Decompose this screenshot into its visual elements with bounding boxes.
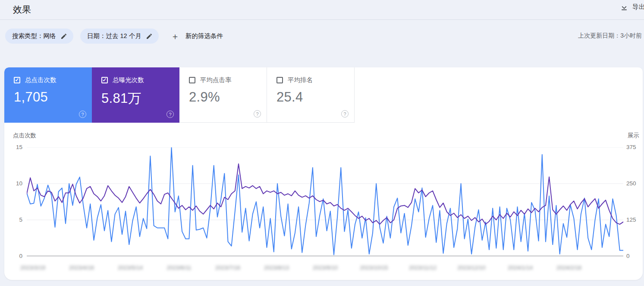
x-axis-label: 2023/11/12 bbox=[409, 264, 437, 271]
edit-pencil-icon[interactable] bbox=[146, 33, 153, 40]
checkbox-checked-icon[interactable] bbox=[101, 77, 108, 83]
checkbox-unchecked-icon[interactable] bbox=[276, 77, 283, 83]
help-icon[interactable]: ? bbox=[254, 110, 261, 118]
metric-cards: 总点击次数 1,705 ? 总曝光次数 5.81万 ? 平均点击率 2.9% ? bbox=[4, 67, 643, 123]
left-axis-title: 点击次数 bbox=[13, 132, 36, 140]
x-axis-label: 2023/7/16 bbox=[215, 264, 240, 271]
x-axis-label: 2023/6/11 bbox=[167, 264, 192, 271]
export-button[interactable]: 导出 bbox=[620, 3, 644, 11]
avg-position-card[interactable]: 平均排名 25.4 ? bbox=[267, 67, 355, 123]
total-impressions-card[interactable]: 总曝光次数 5.81万 ? bbox=[92, 67, 179, 123]
header-divider bbox=[0, 19, 644, 20]
edit-pencil-icon[interactable] bbox=[60, 33, 67, 40]
chart-lines bbox=[27, 147, 623, 256]
search-type-filter-label: 搜索类型：网络 bbox=[12, 32, 56, 40]
avg-ctr-value: 2.9% bbox=[189, 89, 267, 105]
right-axis-title: 展示 bbox=[628, 132, 639, 140]
header: 效果 导出 bbox=[0, 0, 644, 20]
checkbox-unchecked-icon[interactable] bbox=[189, 77, 195, 83]
avg-position-label: 平均排名 bbox=[288, 76, 313, 84]
x-axis-label: 2023/12/10 bbox=[457, 264, 485, 271]
total-clicks-card[interactable]: 总点击次数 1,705 ? bbox=[4, 67, 92, 123]
help-icon[interactable]: ? bbox=[166, 111, 174, 118]
y-axis-tick: 375 bbox=[626, 144, 643, 150]
y-axis-tick: 5 bbox=[5, 216, 22, 223]
x-axis-label: 2023/5/14 bbox=[118, 264, 143, 271]
x-axis-label: 2023/3/19 bbox=[20, 264, 45, 271]
total-clicks-label: 总点击次数 bbox=[25, 76, 57, 84]
last-updated-text: 上次更新日期：3小时前 bbox=[578, 32, 642, 40]
y-axis-tick: 15 bbox=[5, 144, 22, 150]
x-axis-label: 2024/2/18 bbox=[556, 264, 581, 271]
y-axis-tick: 0 bbox=[5, 253, 22, 259]
x-axis-label: 2023/4/16 bbox=[69, 264, 94, 271]
new-filter-label: 新的筛选条件 bbox=[185, 32, 223, 40]
filter-bar: 搜索类型：网络 日期：过去 12 个月 ＋ 新的筛选条件 上次更新日期：3小时前 bbox=[0, 29, 644, 44]
performance-chart: 点击次数 展示 151050 3752501250 2023/3/192023/… bbox=[4, 132, 643, 274]
avg-position-value: 25.4 bbox=[276, 89, 354, 105]
plus-icon: ＋ bbox=[171, 32, 179, 41]
total-impressions-value: 5.81万 bbox=[101, 89, 179, 108]
y-axis-tick: 125 bbox=[626, 216, 643, 223]
x-axis-label: 2023/8/13 bbox=[264, 264, 289, 271]
total-impressions-label: 总曝光次数 bbox=[113, 76, 144, 84]
avg-ctr-card[interactable]: 平均点击率 2.9% ? bbox=[179, 67, 267, 123]
date-filter-label: 日期：过去 12 个月 bbox=[87, 32, 141, 40]
y-axis-tick: 10 bbox=[5, 180, 22, 187]
x-axis-label: 2023/9/10 bbox=[313, 264, 338, 271]
performance-panel: 总点击次数 1,705 ? 总曝光次数 5.81万 ? 平均点击率 2.9% ? bbox=[4, 67, 643, 280]
avg-ctr-label: 平均点击率 bbox=[200, 76, 232, 84]
page-title: 效果 bbox=[13, 3, 31, 16]
y-axis-tick: 0 bbox=[626, 253, 643, 259]
y-axis-tick: 250 bbox=[626, 180, 643, 187]
export-label: 导出 bbox=[632, 3, 644, 11]
help-icon[interactable]: ? bbox=[341, 110, 349, 118]
total-clicks-value: 1,705 bbox=[14, 89, 92, 105]
date-filter-chip[interactable]: 日期：过去 12 个月 bbox=[80, 29, 159, 44]
checkbox-checked-icon[interactable] bbox=[14, 77, 20, 83]
new-filter-button[interactable]: ＋ 新的筛选条件 bbox=[171, 29, 223, 44]
help-icon[interactable]: ? bbox=[79, 111, 86, 118]
x-axis-label: 2024/1/14 bbox=[508, 264, 533, 271]
chart-plot-area[interactable] bbox=[27, 147, 623, 256]
download-icon bbox=[620, 3, 628, 11]
x-axis-label: 2023/10/15 bbox=[360, 264, 388, 271]
search-type-filter-chip[interactable]: 搜索类型：网络 bbox=[5, 29, 73, 44]
